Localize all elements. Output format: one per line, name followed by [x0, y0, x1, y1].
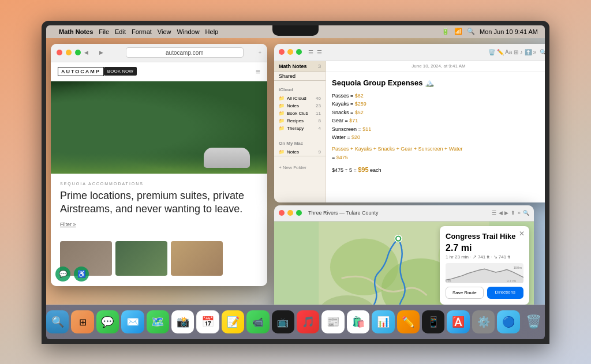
menu-edit[interactable]: Edit [115, 28, 126, 35]
dock-item-messages[interactable]: 💬 [96, 310, 119, 333]
notes-app-menu[interactable]: Math Notes [59, 28, 93, 35]
notes-nav-icon[interactable]: ☰ [317, 49, 322, 55]
maps-close-button[interactable] [279, 210, 285, 216]
dock-item-notes[interactable]: 📝 [222, 310, 244, 333]
gallery-image-3 [171, 241, 223, 276]
maps-action-buttons: Save Route Directions [446, 287, 523, 299]
route-distance: 2.7 mi [446, 243, 523, 253]
notes-date: June 10, 2024, at 9:41 AM [326, 61, 545, 72]
reminders-icon: 🛍️ [352, 316, 365, 328]
directions-button[interactable]: Directions [487, 287, 524, 299]
dock-item-news[interactable]: 📰 [321, 310, 344, 333]
calendar-icon: 📅 [201, 316, 214, 328]
system-prefs-icon: ⚙️ [477, 316, 490, 328]
maps-toolbar-more[interactable]: » [518, 210, 521, 216]
dock-item-launchpad[interactable]: ⊞ [71, 310, 93, 333]
passes-value: $62 [355, 93, 364, 99]
chat-icon[interactable]: 💬 [55, 267, 70, 282]
sidebar-toggle-icon[interactable]: ☰ [308, 49, 313, 55]
minimize-button[interactable] [66, 50, 72, 55]
folder-recipes[interactable]: 📁Recipes 8 [274, 117, 326, 125]
dock-item-reminders[interactable]: 🛍️ [347, 310, 369, 333]
dock-item-photos[interactable]: 📸 [171, 310, 194, 333]
menu-bar-right: 🔋 📶 🔍 Mon Jun 10 9:41 AM [442, 28, 538, 35]
new-folder-button[interactable]: + New Folder [274, 156, 326, 176]
menu-window[interactable]: Window [177, 28, 199, 35]
on-my-mac-label: On My Mac [279, 141, 303, 146]
notes-search-icon[interactable]: 🔍 [540, 49, 545, 55]
wifi-icon: 📶 [454, 28, 462, 35]
maps-card-close-button[interactable]: ✕ [519, 230, 525, 238]
dock-item-appletv[interactable]: 📺 [272, 310, 294, 333]
notes-body[interactable]: Sequoia Group Expenses 🏔️ Passes = $62 K… [326, 72, 545, 181]
dock-item-pages[interactable]: ✏️ [397, 310, 420, 333]
autocamp-headline: Prime locations, premium suites, private… [60, 189, 258, 216]
save-route-button[interactable]: Save Route [446, 287, 484, 299]
launchpad-icon: ⊞ [79, 317, 87, 328]
water-value: $20 [351, 134, 360, 140]
maps-toolbar-share[interactable]: ⬆ [511, 210, 515, 216]
menu-view[interactable]: View [158, 28, 171, 35]
dock-item-mail[interactable]: ✉️ [121, 310, 144, 333]
filter-link[interactable]: Filter » [60, 222, 258, 227]
menu-file[interactable]: File [99, 28, 109, 35]
accessibility-icon[interactable]: ♿ [74, 267, 89, 282]
sequoia-label: SEQUOIA ACCOMMODATIONS [60, 182, 258, 186]
dock-item-control-center[interactable]: 🔵 [497, 310, 519, 333]
macbook-body: Math Notes File Edit Format View Window … [42, 21, 549, 344]
dock-item-trash[interactable]: 🗑️ [522, 310, 545, 333]
browser-bottom-icons: 💬 ♿ [55, 267, 89, 282]
shared-label[interactable]: Shared [279, 73, 296, 79]
notes-minimize-button[interactable] [287, 49, 293, 55]
notes-title: Sequoia Group Expenses 🏔️ [332, 77, 545, 89]
dock-item-maps[interactable]: 🗺️ [147, 310, 169, 333]
icloud-label: iCloud [279, 87, 293, 92]
maps-minimize-button[interactable] [287, 210, 293, 216]
folder-mac-notes[interactable]: 📁Notes 9 [274, 148, 326, 156]
dock-item-appstore[interactable]: 🅰️ [447, 310, 469, 333]
dock-item-system-prefs[interactable]: ⚙️ [472, 310, 495, 333]
notes-window: ☰ ☰ 🗑️ ✏️ Aa ⊞ ♪ ⬆️ » 🔍 [274, 44, 545, 202]
maximize-button[interactable] [75, 50, 81, 55]
expense-sunscreen: Sunscreen = $11 [332, 125, 545, 133]
menu-format[interactable]: Format [132, 28, 152, 35]
notes-close-button[interactable] [279, 49, 285, 55]
search-icon[interactable]: 🔍 [467, 28, 475, 35]
gear-value: $71 [349, 118, 358, 123]
dock-item-facetime[interactable]: 📹 [246, 310, 269, 333]
maps-search-icon[interactable]: 🔍 [523, 210, 529, 216]
photos-icon: 📸 [177, 316, 189, 328]
close-button[interactable] [57, 50, 62, 55]
mail-icon: ✉️ [126, 316, 139, 328]
expense-gear: Gear = $71 [332, 117, 545, 125]
math-notes-section: Math Notes 3 [274, 61, 326, 72]
dock-item-numbers[interactable]: 📊 [372, 310, 394, 333]
snacks-value: $52 [355, 110, 364, 115]
folder-all-icloud[interactable]: 📁All iCloud 46 [274, 95, 326, 102]
shared-section: Shared [274, 72, 326, 81]
maps-content: ☀ 79° AQI 23 🍃 − + N [274, 222, 534, 305]
folder-book-club[interactable]: 📁Book Club 11 [274, 110, 326, 117]
maps-toolbar-list[interactable]: ☰ [492, 210, 496, 216]
dock-item-finder[interactable]: 🔍 [46, 310, 69, 333]
menu-help[interactable]: Help [205, 28, 219, 35]
music-icon: 🎵 [302, 316, 315, 328]
dock-item-iphone-mirroring[interactable]: 📱 [422, 310, 444, 333]
hero-airstream [204, 148, 250, 168]
pages-icon: ✏️ [402, 316, 414, 328]
dock-item-calendar[interactable]: 📅 [196, 310, 219, 333]
maps-toolbar-nav[interactable]: ◀ ▶ [499, 210, 508, 216]
maps-titlebar: Three Rivers — Tulare County ☰ ◀ ▶ ⬆ » 🔍 [274, 205, 534, 222]
dock-item-music[interactable]: 🎵 [297, 310, 319, 333]
expense-division: $475 ÷ 5 = $95 each [332, 165, 545, 175]
math-notes-label[interactable]: Math Notes [279, 63, 307, 69]
folder-therapy[interactable]: 📁Therapy 4 [274, 125, 326, 132]
folder-icon: 📁 [279, 149, 285, 155]
folder-notes[interactable]: 📁Notes 23 [274, 102, 326, 110]
notes-maximize-button[interactable] [296, 49, 302, 55]
book-now-button[interactable]: BOOK NOW [104, 67, 137, 76]
url-bar[interactable]: autocamp.com [126, 47, 244, 58]
dock: 🔍 ⊞ 💬 ✉️ 🗺️ 📸 📅 [46, 305, 545, 339]
svg-text:150m: 150m [514, 266, 522, 269]
maps-maximize-button[interactable] [296, 210, 302, 216]
